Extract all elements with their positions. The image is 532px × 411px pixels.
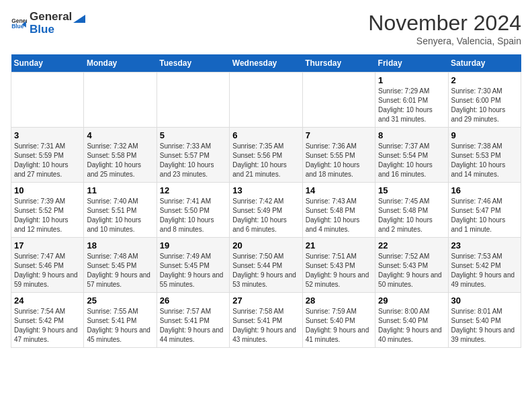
day-info: Sunrise: 7:33 AM Sunset: 5:57 PM Dayligh… xyxy=(160,142,226,179)
day-info: Sunrise: 7:42 AM Sunset: 5:49 PM Dayligh… xyxy=(232,197,299,234)
day-info: Sunrise: 7:36 AM Sunset: 5:55 PM Dayligh… xyxy=(306,142,372,179)
day-number: 2 xyxy=(451,75,518,85)
calendar-header: SundayMondayTuesdayWednesdayThursdayFrid… xyxy=(11,54,521,73)
day-info: Sunrise: 8:00 AM Sunset: 5:40 PM Dayligh… xyxy=(378,307,445,345)
day-number: 19 xyxy=(160,240,226,250)
logo-triangle-icon xyxy=(73,11,85,23)
calendar-week-2: 3Sunrise: 7:31 AM Sunset: 5:59 PM Daylig… xyxy=(11,128,521,183)
weekday-header-row: SundayMondayTuesdayWednesdayThursdayFrid… xyxy=(11,54,521,73)
day-number: 16 xyxy=(451,185,518,195)
day-info: Sunrise: 7:43 AM Sunset: 5:48 PM Dayligh… xyxy=(306,197,372,234)
day-info: Sunrise: 7:41 AM Sunset: 5:50 PM Dayligh… xyxy=(160,197,226,234)
day-number: 7 xyxy=(306,130,372,140)
day-info: Sunrise: 7:39 AM Sunset: 5:52 PM Dayligh… xyxy=(14,197,81,234)
calendar-cell: 6Sunrise: 7:35 AM Sunset: 5:56 PM Daylig… xyxy=(230,128,302,183)
day-number: 28 xyxy=(306,295,372,306)
calendar-body: 1Sunrise: 7:29 AM Sunset: 6:01 PM Daylig… xyxy=(11,73,521,348)
calendar-cell: 15Sunrise: 7:45 AM Sunset: 5:48 PM Dayli… xyxy=(375,183,448,238)
day-info: Sunrise: 7:51 AM Sunset: 5:43 PM Dayligh… xyxy=(306,252,372,289)
calendar-cell xyxy=(302,73,375,128)
calendar-week-4: 17Sunrise: 7:47 AM Sunset: 5:46 PM Dayli… xyxy=(11,238,521,293)
calendar-cell: 29Sunrise: 8:00 AM Sunset: 5:40 PM Dayli… xyxy=(375,293,448,348)
day-number: 24 xyxy=(14,295,81,306)
day-number: 8 xyxy=(378,130,445,140)
calendar-cell: 21Sunrise: 7:51 AM Sunset: 5:43 PM Dayli… xyxy=(302,238,375,293)
day-info: Sunrise: 7:48 AM Sunset: 5:45 PM Dayligh… xyxy=(87,252,153,289)
logo-blue-text: Blue xyxy=(30,23,54,36)
calendar-cell: 9Sunrise: 7:38 AM Sunset: 5:53 PM Daylig… xyxy=(448,128,521,183)
calendar-cell: 17Sunrise: 7:47 AM Sunset: 5:46 PM Dayli… xyxy=(11,238,84,293)
day-number: 12 xyxy=(160,185,226,195)
calendar-cell xyxy=(157,73,229,128)
day-info: Sunrise: 7:58 AM Sunset: 5:41 PM Dayligh… xyxy=(232,307,299,345)
calendar-cell: 23Sunrise: 7:53 AM Sunset: 5:42 PM Dayli… xyxy=(448,238,521,293)
day-info: Sunrise: 7:54 AM Sunset: 5:42 PM Dayligh… xyxy=(14,307,81,345)
calendar-cell: 1Sunrise: 7:29 AM Sunset: 6:01 PM Daylig… xyxy=(375,73,448,128)
day-number: 26 xyxy=(160,295,226,306)
day-number: 17 xyxy=(14,240,81,250)
day-number: 18 xyxy=(87,240,153,250)
calendar-cell: 7Sunrise: 7:36 AM Sunset: 5:55 PM Daylig… xyxy=(302,128,375,183)
calendar-cell: 18Sunrise: 7:48 AM Sunset: 5:45 PM Dayli… xyxy=(84,238,157,293)
day-info: Sunrise: 7:40 AM Sunset: 5:51 PM Dayligh… xyxy=(87,197,153,234)
day-info: Sunrise: 7:38 AM Sunset: 5:53 PM Dayligh… xyxy=(451,142,518,179)
calendar-cell xyxy=(84,73,157,128)
calendar-cell: 20Sunrise: 7:50 AM Sunset: 5:44 PM Dayli… xyxy=(230,238,302,293)
calendar-cell: 2Sunrise: 7:30 AM Sunset: 6:00 PM Daylig… xyxy=(448,73,521,128)
day-number: 10 xyxy=(14,185,81,195)
day-info: Sunrise: 7:47 AM Sunset: 5:46 PM Dayligh… xyxy=(14,252,81,289)
calendar-cell: 24Sunrise: 7:54 AM Sunset: 5:42 PM Dayli… xyxy=(11,293,84,348)
calendar-cell: 22Sunrise: 7:52 AM Sunset: 5:43 PM Dayli… xyxy=(375,238,448,293)
calendar-cell: 14Sunrise: 7:43 AM Sunset: 5:48 PM Dayli… xyxy=(302,183,375,238)
day-info: Sunrise: 7:31 AM Sunset: 5:59 PM Dayligh… xyxy=(14,142,81,179)
calendar-cell: 13Sunrise: 7:42 AM Sunset: 5:49 PM Dayli… xyxy=(230,183,302,238)
logo: General Blue General Blue xyxy=(11,11,85,36)
day-info: Sunrise: 8:01 AM Sunset: 5:40 PM Dayligh… xyxy=(451,307,518,345)
weekday-header-wednesday: Wednesday xyxy=(230,54,302,73)
logo-general-text: General xyxy=(30,11,72,24)
calendar-cell: 11Sunrise: 7:40 AM Sunset: 5:51 PM Dayli… xyxy=(84,183,157,238)
weekday-header-tuesday: Tuesday xyxy=(157,54,229,73)
day-number: 15 xyxy=(378,185,445,195)
day-number: 30 xyxy=(451,295,518,306)
day-info: Sunrise: 7:55 AM Sunset: 5:41 PM Dayligh… xyxy=(87,307,153,345)
day-info: Sunrise: 7:37 AM Sunset: 5:54 PM Dayligh… xyxy=(378,142,445,179)
day-number: 21 xyxy=(306,240,372,250)
day-info: Sunrise: 7:49 AM Sunset: 5:45 PM Dayligh… xyxy=(160,252,226,289)
weekday-header-sunday: Sunday xyxy=(11,54,84,73)
day-info: Sunrise: 7:32 AM Sunset: 5:58 PM Dayligh… xyxy=(87,142,153,179)
calendar-cell: 3Sunrise: 7:31 AM Sunset: 5:59 PM Daylig… xyxy=(11,128,84,183)
title-block: November 2024 Senyera, Valencia, Spain xyxy=(368,11,521,46)
calendar-cell: 27Sunrise: 7:58 AM Sunset: 5:41 PM Dayli… xyxy=(230,293,302,348)
day-info: Sunrise: 7:52 AM Sunset: 5:43 PM Dayligh… xyxy=(378,252,445,289)
day-number: 5 xyxy=(160,130,226,140)
calendar-cell: 28Sunrise: 7:59 AM Sunset: 5:40 PM Dayli… xyxy=(302,293,375,348)
day-number: 13 xyxy=(232,185,299,195)
day-info: Sunrise: 7:53 AM Sunset: 5:42 PM Dayligh… xyxy=(451,252,518,289)
location-text: Senyera, Valencia, Spain xyxy=(368,36,521,46)
calendar-week-5: 24Sunrise: 7:54 AM Sunset: 5:42 PM Dayli… xyxy=(11,293,521,348)
day-number: 22 xyxy=(378,240,445,250)
weekday-header-friday: Friday xyxy=(375,54,448,73)
day-info: Sunrise: 7:50 AM Sunset: 5:44 PM Dayligh… xyxy=(232,252,299,289)
calendar-cell: 19Sunrise: 7:49 AM Sunset: 5:45 PM Dayli… xyxy=(157,238,229,293)
calendar-cell: 26Sunrise: 7:57 AM Sunset: 5:41 PM Dayli… xyxy=(157,293,229,348)
calendar-cell: 4Sunrise: 7:32 AM Sunset: 5:58 PM Daylig… xyxy=(84,128,157,183)
calendar-cell: 10Sunrise: 7:39 AM Sunset: 5:52 PM Dayli… xyxy=(11,183,84,238)
day-info: Sunrise: 7:45 AM Sunset: 5:48 PM Dayligh… xyxy=(378,197,445,234)
day-number: 3 xyxy=(14,130,81,140)
calendar-week-3: 10Sunrise: 7:39 AM Sunset: 5:52 PM Dayli… xyxy=(11,183,521,238)
day-number: 23 xyxy=(451,240,518,250)
day-number: 20 xyxy=(232,240,299,250)
day-info: Sunrise: 7:35 AM Sunset: 5:56 PM Dayligh… xyxy=(232,142,299,179)
day-info: Sunrise: 7:46 AM Sunset: 5:47 PM Dayligh… xyxy=(451,197,518,234)
logo-icon: General Blue xyxy=(11,15,27,32)
day-number: 29 xyxy=(378,295,445,306)
calendar-cell xyxy=(230,73,302,128)
day-number: 14 xyxy=(306,185,372,195)
day-number: 11 xyxy=(87,185,153,195)
svg-text:Blue: Blue xyxy=(11,23,24,30)
day-info: Sunrise: 7:57 AM Sunset: 5:41 PM Dayligh… xyxy=(160,307,226,345)
weekday-header-saturday: Saturday xyxy=(448,54,521,73)
calendar-cell: 12Sunrise: 7:41 AM Sunset: 5:50 PM Dayli… xyxy=(157,183,229,238)
